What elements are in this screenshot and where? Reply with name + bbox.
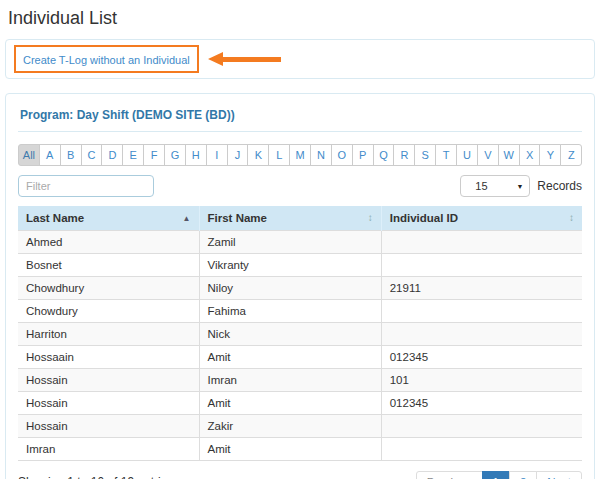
- table-row[interactable]: AhmedZamil: [18, 231, 582, 254]
- pagination-2[interactable]: 2: [509, 471, 537, 479]
- table-row[interactable]: ChowduryFahima: [18, 300, 582, 323]
- table-row[interactable]: ImranAmit: [18, 438, 582, 461]
- sort-both-icon: ↕: [368, 212, 373, 223]
- individual-list-page: Individual List Create T-Log without an …: [0, 0, 600, 479]
- alpha-filter-t[interactable]: T: [435, 144, 457, 166]
- column-label: Last Name: [26, 212, 84, 224]
- records-select-value: 15: [475, 180, 487, 192]
- alpha-filter-g[interactable]: G: [164, 144, 186, 166]
- alpha-filter-j[interactable]: J: [227, 144, 249, 166]
- alpha-filter-o[interactable]: O: [331, 144, 353, 166]
- alpha-filter-x[interactable]: X: [519, 144, 541, 166]
- cell: Niloy: [199, 277, 381, 300]
- cell: Amit: [199, 346, 381, 369]
- alpha-filter-k[interactable]: K: [247, 144, 269, 166]
- alpha-filter-s[interactable]: S: [414, 144, 436, 166]
- cell: Zamil: [199, 231, 381, 254]
- alpha-filter-w[interactable]: W: [498, 144, 520, 166]
- alphabet-filter: AllABCDEFGHIJKLMNOPQRSTUVWXYZ: [18, 144, 582, 166]
- alpha-filter-n[interactable]: N: [310, 144, 332, 166]
- alpha-filter-c[interactable]: C: [81, 144, 103, 166]
- cell: [381, 254, 582, 277]
- pagination-previous[interactable]: Previous: [416, 471, 483, 479]
- cell: 012345: [381, 392, 582, 415]
- alpha-filter-m[interactable]: M: [289, 144, 311, 166]
- cell: [381, 231, 582, 254]
- cell: Fahima: [199, 300, 381, 323]
- cell: Harriton: [18, 323, 199, 346]
- cell: Bosnet: [18, 254, 199, 277]
- sort-both-icon: ↕: [569, 212, 574, 223]
- cell: Hossain: [18, 392, 199, 415]
- table-row[interactable]: HossainImran101: [18, 369, 582, 392]
- cell: Chowdhury: [18, 277, 199, 300]
- program-panel: Program: Day Shift (DEMO SITE (BD)) AllA…: [5, 93, 595, 479]
- cell: Hossain: [18, 369, 199, 392]
- filter-input[interactable]: [18, 175, 154, 197]
- column-label: First Name: [208, 212, 267, 224]
- alpha-filter-f[interactable]: F: [143, 144, 165, 166]
- create-tlog-panel: Create T-Log without an Individual: [5, 39, 595, 79]
- records-select[interactable]: 15 ▼: [460, 175, 530, 197]
- sort-asc-icon: ▲: [183, 212, 191, 223]
- chevron-down-icon: ▼: [516, 183, 523, 190]
- table-row[interactable]: HossaainAmit012345: [18, 346, 582, 369]
- table-header-row: ▲Last Name↕First Name↕Individual ID: [18, 206, 582, 231]
- cell: Imran: [18, 438, 199, 461]
- cell: [381, 300, 582, 323]
- pagination: Previous12Next: [416, 471, 582, 479]
- cell: [381, 415, 582, 438]
- page-title: Individual List: [8, 8, 595, 29]
- entries-summary: Showing 1 to 10 of 19 entries: [18, 475, 173, 479]
- alpha-filter-q[interactable]: Q: [373, 144, 395, 166]
- cell: Nick: [199, 323, 381, 346]
- pagination-1[interactable]: 1: [482, 471, 510, 479]
- cell: Zakir: [199, 415, 381, 438]
- cell: [381, 323, 582, 346]
- pagination-next[interactable]: Next: [536, 471, 582, 479]
- annotation-arrow-icon: [208, 52, 281, 66]
- alpha-filter-u[interactable]: U: [456, 144, 478, 166]
- cell: Hossain: [18, 415, 199, 438]
- alpha-filter-d[interactable]: D: [101, 144, 123, 166]
- table-row[interactable]: BosnetVikranty: [18, 254, 582, 277]
- table-row[interactable]: HarritonNick: [18, 323, 582, 346]
- alpha-filter-l[interactable]: L: [268, 144, 290, 166]
- column-header-first-name[interactable]: ↕First Name: [199, 206, 381, 231]
- table-row[interactable]: HossainZakir: [18, 415, 582, 438]
- program-title: Program: Day Shift (DEMO SITE (BD)): [18, 104, 582, 132]
- alpha-filter-a[interactable]: A: [39, 144, 61, 166]
- table-row[interactable]: ChowdhuryNiloy21911: [18, 277, 582, 300]
- cell: Imran: [199, 369, 381, 392]
- alpha-filter-r[interactable]: R: [393, 144, 415, 166]
- alpha-filter-y[interactable]: Y: [539, 144, 561, 166]
- cell: 012345: [381, 346, 582, 369]
- column-header-last-name[interactable]: ▲Last Name: [18, 206, 199, 231]
- table-body: AhmedZamilBosnetVikrantyChowdhuryNiloy21…: [18, 231, 582, 461]
- individual-table: ▲Last Name↕First Name↕Individual ID Ahme…: [18, 206, 582, 461]
- alpha-filter-h[interactable]: H: [185, 144, 207, 166]
- create-tlog-link[interactable]: Create T-Log without an Individual: [23, 54, 190, 66]
- alpha-filter-z[interactable]: Z: [560, 144, 582, 166]
- cell: Chowdury: [18, 300, 199, 323]
- cell: Vikranty: [199, 254, 381, 277]
- cell: Amit: [199, 438, 381, 461]
- cell: 21911: [381, 277, 582, 300]
- column-header-individual-id[interactable]: ↕Individual ID: [381, 206, 582, 231]
- cell: [381, 438, 582, 461]
- alpha-filter-v[interactable]: V: [477, 144, 499, 166]
- cell: 101: [381, 369, 582, 392]
- column-label: Individual ID: [390, 212, 458, 224]
- records-label: Records: [537, 179, 582, 193]
- alpha-filter-all[interactable]: All: [18, 144, 40, 166]
- annotation-highlight-box: Create T-Log without an Individual: [14, 45, 199, 73]
- alpha-filter-i[interactable]: I: [206, 144, 228, 166]
- table-row[interactable]: HossainAmit012345: [18, 392, 582, 415]
- alpha-filter-p[interactable]: P: [352, 144, 374, 166]
- cell: Hossaain: [18, 346, 199, 369]
- alpha-filter-e[interactable]: E: [122, 144, 144, 166]
- cell: Amit: [199, 392, 381, 415]
- cell: Ahmed: [18, 231, 199, 254]
- alpha-filter-b[interactable]: B: [60, 144, 82, 166]
